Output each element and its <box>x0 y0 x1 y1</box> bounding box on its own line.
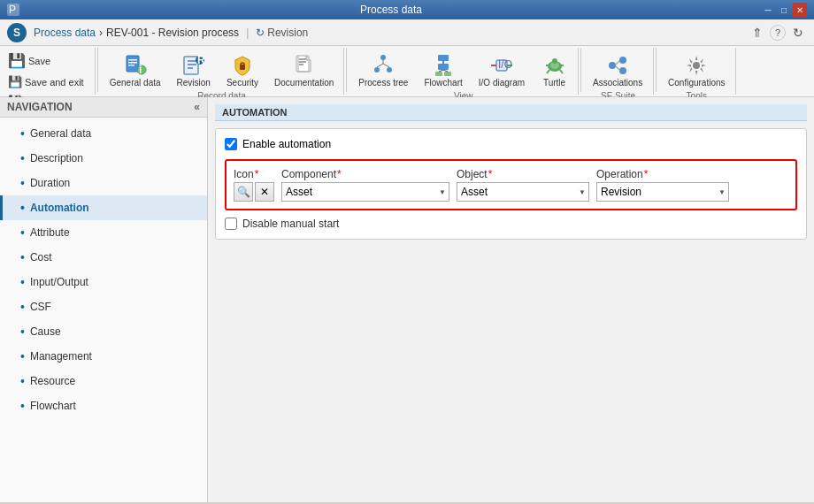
toolbar-group-record: 💾 Save 💾 Save and exit 💾 Save and new Re… <box>0 48 96 95</box>
svg-line-33 <box>560 70 563 73</box>
object-select-wrapper: Asset Process Document <box>457 182 589 202</box>
object-required-star: * <box>488 168 493 180</box>
component-select-wrapper: Asset Process Document <box>281 182 449 202</box>
sidebar-item-resource[interactable]: • Resource <box>0 369 207 393</box>
sidebar-item-duration[interactable]: • Duration <box>0 171 207 195</box>
revision-button[interactable]: R Revision <box>171 50 217 91</box>
sidebar-nav: • General data • Description • Duration … <box>0 118 207 502</box>
breadcrumb-process-data[interactable]: Process data <box>34 27 96 39</box>
revision-label: Revision <box>177 78 211 88</box>
svg-rect-21 <box>438 64 449 70</box>
svg-point-41 <box>693 62 700 69</box>
icon-clear-button[interactable]: ✕ <box>255 182 274 202</box>
enable-automation-label: Enable automation <box>242 138 331 150</box>
associations-icon <box>605 53 630 78</box>
object-select[interactable]: Asset Process Document <box>457 182 589 202</box>
sidebar-item-cost[interactable]: • Cost <box>0 245 207 270</box>
collapse-button[interactable]: ⇑ <box>749 24 766 42</box>
associations-label: Associations <box>593 78 642 88</box>
object-field-group: Object * Asset Process Document <box>457 168 589 202</box>
separator-2 <box>346 48 347 92</box>
disable-manual-checkbox[interactable] <box>225 218 237 230</box>
save-exit-icon: 💾 <box>8 75 22 88</box>
nav-bullet: • <box>20 201 25 215</box>
sidebar-item-csf[interactable]: • CSF <box>0 294 207 319</box>
sidebar-item-label: Cost <box>30 251 52 263</box>
sidebar-item-general-data[interactable]: • General data <box>0 121 207 146</box>
io-diagram-button[interactable]: I/O I/O diagram <box>472 50 531 91</box>
separator-3 <box>580 48 581 92</box>
process-tree-icon <box>371 53 395 78</box>
io-diagram-icon: I/O <box>489 53 514 78</box>
operation-select[interactable]: Revision Create Update Delete <box>596 182 729 202</box>
toolbar: 💾 Save 💾 Save and exit 💾 Save and new Re… <box>0 46 814 97</box>
breadcrumb-divider: | <box>246 27 249 39</box>
svg-line-39 <box>616 61 619 65</box>
sidebar-item-label: Flowchart <box>30 400 76 412</box>
icon-field-label: Icon * <box>234 168 274 180</box>
sidebar-item-description[interactable]: • Description <box>0 146 207 171</box>
nav-bullet: • <box>20 151 25 165</box>
separator-1 <box>97 48 98 92</box>
refresh-button[interactable]: ↻ <box>789 24 807 42</box>
icon-search-button[interactable]: 🔍 <box>234 182 253 202</box>
icon-required-star: * <box>255 168 259 180</box>
svg-point-18 <box>374 67 380 73</box>
general-data-icon: i <box>123 53 148 78</box>
component-required-star: * <box>337 168 342 180</box>
nav-bullet: • <box>20 399 25 413</box>
sidebar-item-management[interactable]: • Management <box>0 344 207 369</box>
turtle-label: Turtle <box>543 78 565 88</box>
fields-row: Icon * 🔍 ✕ Component * <box>234 168 788 202</box>
sidebar-item-label: Description <box>30 152 83 164</box>
svg-line-16 <box>377 64 383 67</box>
component-select[interactable]: Asset Process Document <box>281 182 449 202</box>
svg-line-40 <box>616 66 619 70</box>
save-button[interactable]: 💾 Save <box>4 50 91 72</box>
nav-bullet: • <box>20 225 25 240</box>
process-tree-button[interactable]: Process tree <box>352 50 414 91</box>
maximize-button[interactable]: □ <box>777 3 791 17</box>
app-header: S Process data › REV-001 - Revision proc… <box>0 19 814 46</box>
turtle-button[interactable]: Turtle <box>534 50 574 91</box>
general-data-button[interactable]: i General data <box>104 50 167 91</box>
save-exit-label: Save and exit <box>25 77 84 88</box>
automation-fields-box: Icon * 🔍 ✕ Component * <box>225 159 797 210</box>
help-button[interactable]: ? <box>770 25 786 41</box>
revision-badge: ↻ Revision <box>256 27 308 39</box>
nav-bullet: • <box>20 126 25 141</box>
object-field-label: Object * <box>457 168 589 180</box>
configurations-button[interactable]: Configurations <box>662 50 731 91</box>
svg-line-32 <box>547 70 549 73</box>
nav-bullet: • <box>20 300 25 314</box>
sidebar-item-flowchart[interactable]: • Flowchart <box>0 393 207 418</box>
documentation-icon <box>292 53 317 78</box>
toolbar-group-view: Process tree Flowchart I/O I/O diagram T… <box>349 48 579 95</box>
enable-automation-checkbox[interactable] <box>225 138 237 150</box>
sidebar-header: NAVIGATION « <box>0 97 207 118</box>
sidebar-item-label: Duration <box>30 177 70 189</box>
flowchart-button[interactable]: Flowchart <box>418 50 468 91</box>
icon-field-buttons: 🔍 ✕ <box>234 182 274 202</box>
configurations-icon <box>684 53 709 78</box>
sidebar-item-input-output[interactable]: • Input/Output <box>0 270 207 294</box>
operation-required-star: * <box>644 168 649 180</box>
svg-point-31 <box>552 58 557 64</box>
operation-field-group: Operation * Revision Create Update Delet… <box>596 168 729 202</box>
associations-button[interactable]: Associations <box>587 50 649 91</box>
minimize-button[interactable]: ─ <box>761 3 775 17</box>
sidebar-item-cause[interactable]: • Cause <box>0 319 207 344</box>
process-tree-label: Process tree <box>358 78 408 88</box>
operation-select-wrapper: Revision Create Update Delete <box>596 182 729 202</box>
close-button[interactable]: ✕ <box>793 3 807 17</box>
sidebar-item-automation[interactable]: • Automation <box>0 195 207 220</box>
security-label: Security <box>227 78 258 88</box>
sidebar-item-label: Cause <box>30 325 61 338</box>
sidebar-collapse-icon[interactable]: « <box>194 101 200 113</box>
documentation-button[interactable]: Documentation <box>268 50 340 91</box>
save-exit-button[interactable]: 💾 Save and exit <box>4 73 91 91</box>
svg-rect-20 <box>438 55 449 61</box>
flowchart-label: Flowchart <box>424 78 462 88</box>
sidebar-item-attribute[interactable]: • Attribute <box>0 220 207 245</box>
security-button[interactable]: Security <box>220 50 265 91</box>
